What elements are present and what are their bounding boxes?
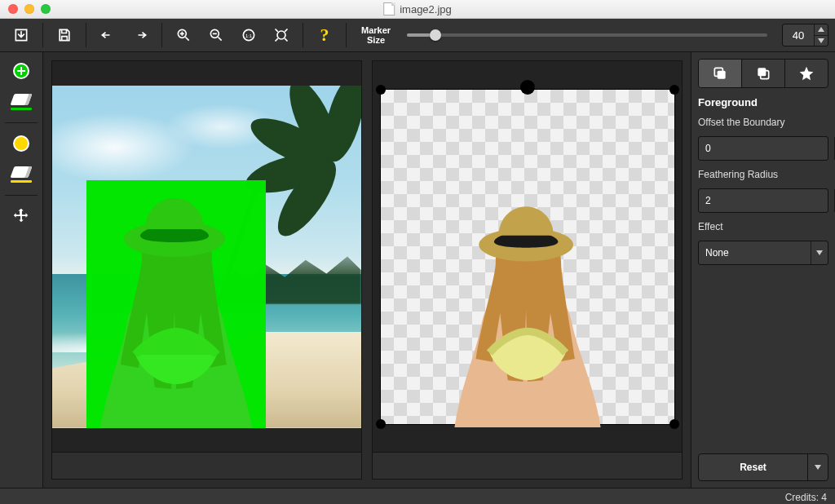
marker-size-field[interactable] [782,24,828,46]
window-title-text: image2.jpg [400,3,452,15]
zoom-in-button[interactable] [169,22,198,48]
help-icon: ? [320,24,329,46]
tab-background[interactable] [742,60,785,87]
toolbar-separator [346,23,347,47]
foreground-marker-tool[interactable] [5,57,38,85]
eraser-yellow-icon [9,166,33,183]
properties-panel: Foreground Offset the Boundary Featherin… [691,52,835,488]
result-canvas[interactable] [373,61,682,452]
status-bar: Credits: 4 [0,488,835,504]
source-panel-footer [52,452,361,479]
reset-button-menu[interactable] [807,454,828,480]
result-panel-footer [373,452,682,479]
source-canvas[interactable] [52,61,361,452]
redo-icon [132,27,148,43]
marker-size-spinner[interactable] [814,24,828,46]
effect-dropdown[interactable]: None [698,241,828,265]
zoom-in-icon [175,27,192,43]
open-icon [13,27,29,43]
svg-rect-7 [86,180,266,427]
toolbar-separator [86,23,86,47]
svg-rect-9 [718,71,726,79]
save-button[interactable] [50,22,79,48]
minimize-window-button[interactable] [24,4,34,14]
zoom-1to1-icon: 1:1 [241,27,257,43]
zoom-out-icon [208,27,224,43]
tool-sidebar [0,52,43,488]
background-eraser-tool[interactable] [5,161,38,188]
spinner-down[interactable] [815,36,828,46]
stack-front-icon [712,65,728,82]
properties-tabs [698,59,828,88]
zoom-out-button[interactable] [201,22,231,48]
cutout-image [442,199,613,427]
result-bounding-box[interactable] [380,89,675,425]
help-button[interactable]: ? [310,22,339,48]
tab-effects[interactable] [785,60,828,87]
svg-point-4 [277,31,285,39]
rotate-handle[interactable] [520,80,535,95]
effect-value: None [699,241,811,264]
svg-text:1:1: 1:1 [245,33,252,38]
open-button[interactable] [7,22,36,48]
move-icon [12,207,30,225]
offset-label: Offset the Boundary [698,117,828,128]
source-panel [51,60,362,480]
zoom-fit-icon [273,27,289,43]
undo-button[interactable] [93,22,122,48]
reset-button[interactable]: Reset [698,453,828,481]
plus-circle-icon [13,63,29,79]
marker-size-input[interactable] [783,24,814,46]
credits-value: 4 [821,492,827,503]
toolbar-separator [303,23,303,47]
svg-rect-11 [758,68,766,76]
zoom-fit-button[interactable] [267,22,296,48]
spinner-up[interactable] [815,24,828,35]
credits-label: Credits: [785,492,819,503]
offset-input[interactable] [699,137,834,160]
offset-field[interactable] [698,136,828,161]
close-window-button[interactable] [8,4,18,14]
window-title: image2.jpg [383,2,452,15]
source-image [52,86,361,428]
window-titlebar: image2.jpg [0,0,835,19]
marker-size-slider[interactable] [407,33,767,37]
chevron-down-icon [811,241,828,264]
star-icon [798,65,815,82]
resize-handle-bl[interactable] [376,419,386,429]
feather-label: Feathering Radius [698,169,828,180]
zoom-actual-button[interactable]: 1:1 [234,22,263,48]
toolbar-separator [42,23,43,47]
move-tool[interactable] [5,202,38,230]
marker-size-label: Marker Size [353,25,399,45]
resize-handle-tr[interactable] [669,85,679,95]
resize-handle-br[interactable] [669,419,679,429]
maximize-window-button[interactable] [41,4,51,14]
toolbar-separator [161,23,162,47]
sidebar-separator [5,195,38,196]
stack-back-icon [755,65,771,82]
workarea [43,52,691,488]
feather-input[interactable] [699,189,834,212]
eraser-green-icon [9,94,33,110]
foreground-mask-overlay [86,180,266,427]
file-icon [383,2,395,15]
sidebar-separator [5,122,38,123]
chevron-down-icon [815,465,821,470]
result-panel [372,60,683,480]
undo-icon [99,27,116,43]
resize-handle-tl[interactable] [376,85,386,95]
reset-button-label: Reset [699,454,807,480]
background-marker-tool[interactable] [5,130,38,157]
yellow-circle-icon [13,135,29,152]
main-toolbar: 1:1 ? Marker Size [0,19,835,52]
effect-label: Effect [698,221,828,232]
slider-knob[interactable] [430,29,441,41]
section-title: Foreground [698,96,828,108]
redo-button[interactable] [126,22,155,48]
save-icon [56,27,73,43]
feather-field[interactable] [698,188,828,213]
tab-foreground[interactable] [699,60,742,87]
foreground-eraser-tool[interactable] [5,88,38,116]
